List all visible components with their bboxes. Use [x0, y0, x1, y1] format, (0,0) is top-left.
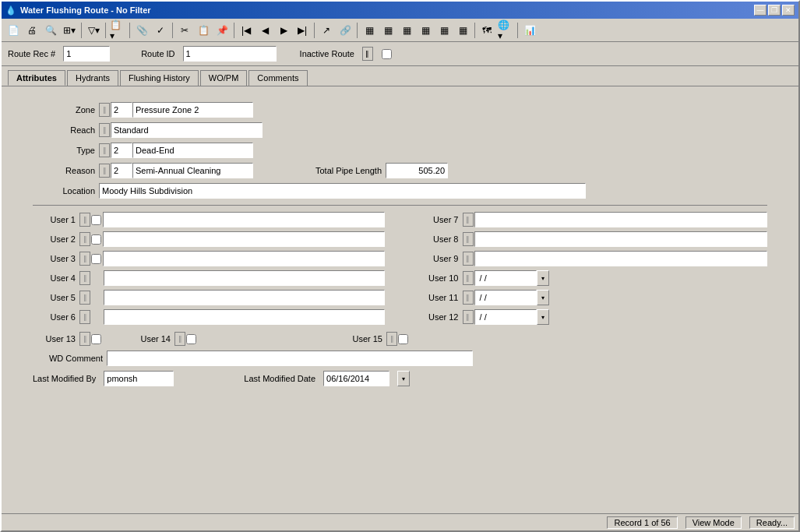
- user10-dropdown[interactable]: ▾: [537, 270, 549, 286]
- grid3-button[interactable]: ▦: [398, 22, 415, 39]
- user12-row: User 12 ‖ ▾: [416, 309, 768, 325]
- link-button[interactable]: 🔗: [337, 22, 354, 39]
- user5-input[interactable]: [104, 290, 385, 305]
- zone-num-input[interactable]: [111, 102, 132, 118]
- reason-row: Reason ‖ Total Pipe Length: [33, 163, 767, 178]
- grid1-button[interactable]: ▦: [361, 22, 378, 39]
- user1-input[interactable]: [103, 212, 385, 227]
- user7-row: User 7 ‖: [416, 212, 768, 227]
- tab-wo-pm[interactable]: WO/PM: [200, 70, 248, 86]
- modified-row: Last Modified By Last Modified Date ▾: [33, 371, 767, 386]
- user4-input[interactable]: [104, 270, 385, 286]
- user6-input[interactable]: [104, 309, 385, 325]
- total-pipe-input[interactable]: [386, 163, 448, 178]
- reach-value-input[interactable]: [111, 122, 263, 138]
- tab-hydrants[interactable]: Hydrants: [67, 70, 118, 86]
- grid5-button[interactable]: ▦: [435, 22, 453, 39]
- cut-button[interactable]: ✂: [176, 22, 193, 39]
- globe-button[interactable]: 🌐▾: [497, 22, 514, 39]
- user8-label: User 8: [416, 234, 459, 244]
- user5-row: User 5 ‖: [33, 290, 385, 305]
- close-button[interactable]: ✕: [782, 5, 795, 16]
- location-label: Location: [33, 186, 95, 196]
- user10-date-input[interactable]: [474, 270, 537, 286]
- grid6-button[interactable]: ▦: [454, 22, 471, 39]
- copy-button[interactable]: 📋: [195, 22, 212, 39]
- user1-row: User 1 ‖: [33, 212, 385, 227]
- minimize-button[interactable]: —: [754, 5, 767, 16]
- user2-indicator: ‖: [79, 232, 90, 246]
- filter-button[interactable]: ▽▾: [85, 22, 102, 39]
- prev-button[interactable]: ◀: [256, 22, 273, 39]
- user15-indicator: ‖: [386, 332, 397, 346]
- new-button[interactable]: 📄: [5, 22, 22, 39]
- view-mode-label: View Mode: [685, 516, 742, 529]
- first-button[interactable]: |◀: [238, 22, 255, 39]
- reason-num-input[interactable]: [111, 163, 132, 178]
- user7-input[interactable]: [474, 212, 768, 227]
- user9-input[interactable]: [474, 251, 768, 266]
- user12-date-input[interactable]: [474, 309, 537, 325]
- route-rec-label: Route Rec #: [8, 49, 55, 58]
- user11-dropdown[interactable]: ▾: [537, 290, 549, 305]
- report-button[interactable]: 📊: [521, 22, 538, 39]
- find-button[interactable]: 🔍: [42, 22, 59, 39]
- user2-input[interactable]: [103, 231, 385, 247]
- user2-checkbox[interactable]: [91, 234, 101, 245]
- view-button[interactable]: 📋▾: [109, 22, 126, 39]
- tab-flushing-history[interactable]: Flushing History: [120, 70, 199, 86]
- user13-checkbox[interactable]: [91, 334, 101, 344]
- user1-checkbox[interactable]: [91, 215, 101, 225]
- last-button[interactable]: ▶|: [294, 22, 311, 39]
- tab-attributes[interactable]: Attributes: [8, 70, 65, 86]
- dropdown1-button[interactable]: ⊞▾: [61, 22, 78, 39]
- grid4-button[interactable]: ▦: [417, 22, 434, 39]
- restore-button[interactable]: ❐: [768, 5, 781, 16]
- user3-input[interactable]: [103, 251, 385, 266]
- user10-indicator: ‖: [463, 271, 474, 285]
- status-bar: Record 1 of 56 View Mode Ready...: [2, 513, 798, 530]
- user8-input[interactable]: [474, 231, 768, 247]
- reach-row: Reach ‖: [33, 122, 767, 138]
- grid2-button[interactable]: ▦: [379, 22, 396, 39]
- user14-checkbox[interactable]: [186, 334, 196, 344]
- user7-label: User 7: [416, 215, 459, 224]
- reason-label: Reason: [33, 166, 95, 175]
- user12-dropdown[interactable]: ▾: [537, 309, 549, 325]
- paste-button[interactable]: 📌: [213, 22, 231, 39]
- route-id-input[interactable]: 1: [183, 46, 277, 62]
- sep7: [357, 23, 358, 38]
- sep3: [129, 23, 130, 38]
- modified-date-input[interactable]: [323, 371, 389, 386]
- zone-value-input[interactable]: [132, 102, 253, 118]
- sep5: [234, 23, 234, 38]
- type-value-input[interactable]: [132, 143, 253, 158]
- print-button[interactable]: 🖨: [23, 22, 41, 39]
- type-label: Type: [33, 146, 95, 155]
- wdo-comment-input[interactable]: [107, 351, 473, 366]
- user9-label: User 9: [416, 254, 459, 263]
- user3-checkbox[interactable]: [91, 254, 101, 264]
- type-num-input[interactable]: [111, 143, 132, 158]
- user15-checkbox[interactable]: [398, 334, 408, 344]
- tab-comments[interactable]: Comments: [248, 70, 307, 86]
- reason-value-input[interactable]: [132, 163, 253, 178]
- inactive-checkbox[interactable]: [382, 49, 392, 59]
- title-controls: — ❐ ✕: [754, 5, 795, 16]
- attach-button[interactable]: 📎: [133, 22, 150, 39]
- sep1: [81, 23, 82, 38]
- user2-row: User 2 ‖: [33, 231, 385, 247]
- user11-date-input[interactable]: [474, 290, 537, 305]
- modified-by-input[interactable]: [104, 371, 174, 386]
- next-button[interactable]: ▶: [275, 22, 292, 39]
- zone-row: Zone ‖: [33, 102, 767, 118]
- user4-row: User 4 ‖: [33, 270, 385, 286]
- spell-button[interactable]: ✓: [152, 22, 169, 39]
- user1-label: User 1: [33, 215, 76, 224]
- route-rec-input[interactable]: 1: [63, 46, 110, 62]
- map-button[interactable]: 🗺: [478, 22, 495, 39]
- user3-row: User 3 ‖: [33, 251, 385, 266]
- modified-date-dropdown[interactable]: ▾: [397, 371, 410, 386]
- location-input[interactable]: [99, 183, 586, 199]
- jump-button[interactable]: ↗: [318, 22, 335, 39]
